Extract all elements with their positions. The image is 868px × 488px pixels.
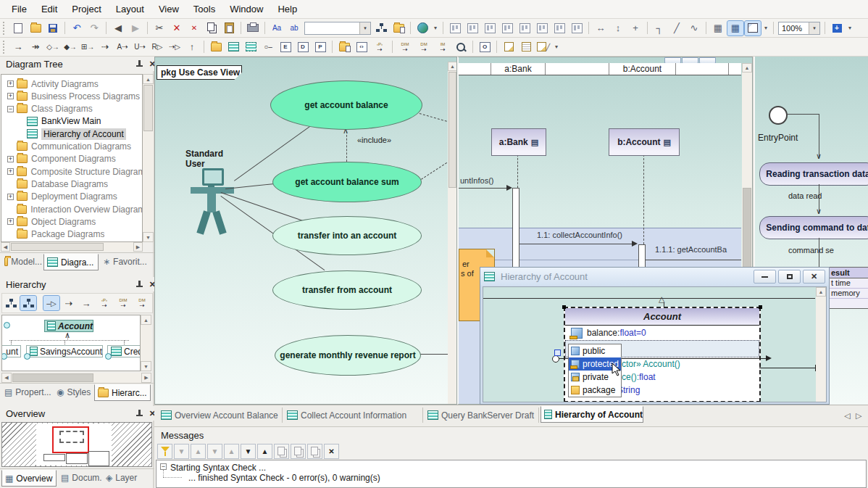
align-left-icon[interactable]: [447, 21, 463, 36]
pin-icon[interactable]: [135, 60, 143, 68]
tab-styles[interactable]: ◉Styles: [54, 384, 93, 400]
code-package-icon[interactable]: [336, 40, 352, 54]
dependency-icon[interactable]: ⇢: [97, 40, 113, 54]
binding-dim-arrow-icon[interactable]: DIM⇢: [114, 296, 132, 310]
selection-handle[interactable]: [759, 305, 762, 309]
next-warning-icon[interactable]: ▲: [191, 444, 206, 459]
containment-icon[interactable]: ⊞→: [80, 40, 96, 54]
floating-window-titlebar[interactable]: Hierarchy of Account ✕: [480, 268, 829, 286]
lifeline-a-bank[interactable]: a:Bank▤: [491, 128, 546, 156]
document-tab-overview-account-balance[interactable]: Overview Account Balance: [158, 408, 283, 423]
scroll-up-icon[interactable]: ▲: [141, 315, 151, 325]
tree-item-business-process-diagrams[interactable]: +Business Process Diagrams: [1, 90, 142, 102]
snap-grid-icon[interactable]: ▦: [710, 21, 726, 36]
copy-line-icon[interactable]: [274, 444, 289, 459]
menu-help[interactable]: Help: [270, 1, 304, 17]
tree-item-activity-diagrams[interactable]: +Activity Diagrams: [1, 78, 142, 90]
implements-icon[interactable]: ⇢▷: [167, 40, 183, 54]
caret1[interactable]: ▾: [432, 21, 439, 36]
tab-scroll-right-icon[interactable]: ▷: [856, 411, 861, 421]
space-down-icon[interactable]: [569, 21, 585, 36]
class-icon[interactable]: [225, 40, 241, 54]
restore-icon[interactable]: [778, 270, 801, 284]
element-combo[interactable]: ▾: [304, 22, 371, 35]
redo-icon[interactable]: ↷: [86, 21, 102, 36]
undo-icon[interactable]: ↶: [69, 21, 85, 36]
scroll-up-icon[interactable]: ▲: [143, 74, 154, 84]
generalization-arrow-icon[interactable]: –▷: [43, 296, 59, 310]
cut-icon[interactable]: ✂: [151, 21, 167, 36]
tab-diagra[interactable]: Diagra...: [43, 254, 99, 270]
note-text-icon[interactable]: [518, 40, 534, 54]
tab-overview[interactable]: ▦Overview: [1, 470, 57, 487]
tree-view-icon[interactable]: [3, 296, 19, 310]
same-width-icon[interactable]: ↔: [593, 21, 609, 36]
scroll-thumb[interactable]: [143, 85, 153, 131]
usecase-vscrollbar[interactable]: ▲: [448, 62, 457, 405]
usecase-transfer-into-account[interactable]: transfer into an account: [272, 216, 422, 255]
expander-icon[interactable]: +: [7, 80, 14, 87]
scroll-right-icon[interactable]: ▶: [133, 242, 143, 252]
scroll-left-icon[interactable]: ◀: [1, 373, 12, 383]
binding-dm-arrow-icon[interactable]: DM⇢: [133, 296, 151, 310]
usage-a-icon[interactable]: A⇢: [114, 40, 130, 54]
template-class-icon[interactable]: [243, 40, 259, 54]
tree-item-database-diagrams[interactable]: Database Diagrams: [1, 178, 142, 190]
copy-subtree-icon[interactable]: [291, 444, 306, 459]
center-vertical-icon[interactable]: [534, 21, 550, 36]
diagram-tree-vscrollbar[interactable]: ▲ ▼: [143, 74, 154, 242]
page-layout-icon[interactable]: [745, 21, 761, 36]
tree-item-hierarchy-of-account[interactable]: Hierarchy of Account: [1, 128, 142, 140]
lifeline-b-account[interactable]: b:Account▤: [609, 128, 680, 156]
scroll-thumb[interactable]: [11, 243, 104, 251]
hierarchy-node-clipped-right[interactable]: Cred: [107, 345, 141, 357]
curved-line-style-icon[interactable]: ∿: [686, 21, 702, 36]
tab-hierarc[interactable]: Hierarc...: [94, 384, 151, 401]
new-file-icon[interactable]: [10, 21, 26, 36]
composition-icon[interactable]: ◆→: [62, 40, 78, 54]
graph-view-icon[interactable]: [20, 296, 36, 310]
funnel-icon[interactable]: [157, 444, 173, 459]
attribute-row-balance[interactable]: balance:float=0: [565, 326, 759, 340]
scroll-down-icon[interactable]: ▼: [143, 232, 154, 242]
align-right-icon[interactable]: [464, 21, 480, 36]
association-icon[interactable]: →: [10, 40, 26, 54]
close-icon[interactable]: ✕: [803, 270, 825, 284]
action-sending-command[interactable]: Sending command to dat: [759, 216, 868, 239]
binding-im-icon[interactable]: IM⇢: [434, 40, 451, 54]
expander-icon[interactable]: +: [7, 168, 14, 175]
scroll-thumb[interactable]: [12, 373, 93, 382]
tree-item-deployment-diagrams[interactable]: +Deployment Diagrams: [1, 191, 142, 203]
open-file-icon[interactable]: [28, 21, 43, 36]
expander-icon[interactable]: −: [7, 106, 14, 112]
primitive-type-icon[interactable]: P: [312, 40, 328, 54]
copy-all-icon[interactable]: [307, 444, 322, 459]
tree-item-component-diagrams[interactable]: +Component Diagrams: [1, 153, 142, 165]
expander-icon[interactable]: +: [7, 218, 14, 225]
selection-handle-blue[interactable]: [554, 350, 561, 356]
overview-minimap[interactable]: [1, 422, 152, 467]
hierarchy-vscrollbar[interactable]: ▲ ▼: [141, 315, 151, 371]
forward-icon[interactable]: ▶: [128, 21, 143, 36]
tab-layer[interactable]: ◈Layer: [103, 470, 143, 485]
center-horizontal-icon[interactable]: [517, 21, 533, 36]
print-icon[interactable]: [245, 21, 261, 36]
document-tab-query-bankserver-draft[interactable]: Query BankServer Draft: [425, 408, 539, 423]
hierarchy-hscrollbar[interactable]: ◀ ▶: [1, 373, 151, 383]
caret3[interactable]: ▾: [846, 21, 854, 36]
delete-all-icon[interactable]: ✕: [186, 21, 202, 36]
syntax-check-icon[interactable]: [414, 21, 430, 36]
hierarchy-of-account-floating-window[interactable]: Hierarchy of Account ✕ △ Account balance…: [480, 267, 830, 405]
prev-warning-icon[interactable]: ▼: [174, 444, 189, 459]
floating-vscrollbar[interactable]: ▲: [816, 287, 826, 402]
visibility-option-package[interactable]: package: [569, 384, 621, 397]
document-tab-collect-account-information[interactable]: Collect Account Information: [284, 408, 423, 423]
fit-to-window-icon[interactable]: +: [829, 21, 845, 36]
scroll-down-icon[interactable]: ▼: [141, 361, 151, 371]
stereotype-icon[interactable]: ‹›: [354, 40, 370, 54]
note-icon[interactable]: [501, 40, 517, 54]
profile-arrow-icon[interactable]: ‹P›⇢: [96, 296, 113, 310]
initial-node[interactable]: [769, 106, 788, 125]
menu-window[interactable]: Window: [222, 1, 270, 17]
space-across-icon[interactable]: [551, 21, 567, 36]
